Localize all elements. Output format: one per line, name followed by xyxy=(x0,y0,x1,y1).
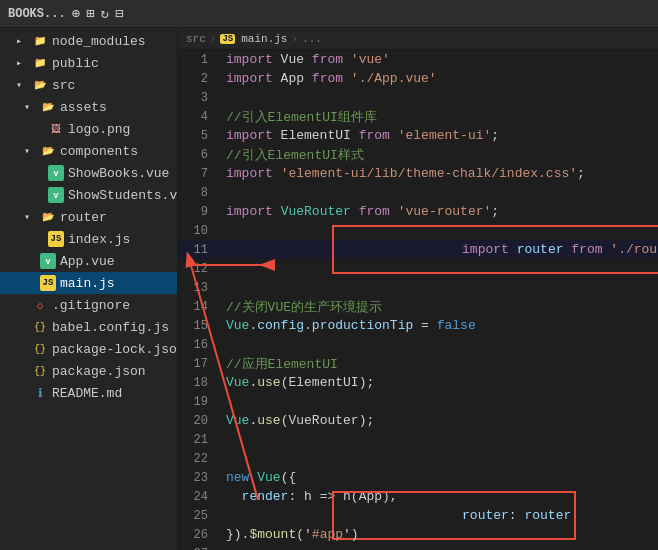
sidebar-item-router[interactable]: 📂 router xyxy=(0,206,177,228)
chevron-down-icon xyxy=(24,101,40,113)
new-folder-icon[interactable]: ⊞ xyxy=(86,5,94,22)
folder-icon: 📂 xyxy=(40,209,56,225)
sidebar-item-showbooks[interactable]: V ShowBooks.vue xyxy=(0,162,177,184)
line-content: Vue.use(VueRouter); xyxy=(218,413,374,428)
chevron-right-icon xyxy=(16,35,32,47)
editor-content[interactable]: 1 import Vue from 'vue' 2 import App fro… xyxy=(178,50,658,550)
line-content: //关闭VUE的生产环境提示 xyxy=(218,298,382,316)
sidebar-item-gitignore[interactable]: ◇ .gitignore xyxy=(0,294,177,316)
sidebar-item-label: package.json xyxy=(52,364,146,379)
line-number: 22 xyxy=(178,452,218,466)
sidebar-item-label: ShowStudents.vue xyxy=(68,188,177,203)
line-number: 17 xyxy=(178,357,218,371)
sidebar-item-src[interactable]: 📂 src xyxy=(0,74,177,96)
line-content: //引入ElementUI组件库 xyxy=(218,108,377,126)
sidebar-item-public[interactable]: 📁 public xyxy=(0,52,177,74)
sidebar: 📁 node_modules 📁 public 📂 src 📂 assets 🖼… xyxy=(0,28,178,550)
sidebar-item-logo[interactable]: 🖼 logo.png xyxy=(0,118,177,140)
code-line: 3 xyxy=(178,88,658,107)
line-content xyxy=(218,280,234,295)
line-content: //应用ElementUI xyxy=(218,355,338,373)
sidebar-item-app-vue[interactable]: V App.vue xyxy=(0,250,177,272)
code-line: 4 //引入ElementUI组件库 xyxy=(178,107,658,126)
sidebar-item-package-lock[interactable]: {} package-lock.json xyxy=(0,338,177,360)
line-number: 11 xyxy=(178,243,218,257)
vue-icon: V xyxy=(40,253,56,269)
line-number: 10 xyxy=(178,224,218,238)
breadcrumb-file: main.js xyxy=(241,33,287,45)
json-icon: {} xyxy=(32,341,48,357)
code-line-25: 25 router: router xyxy=(178,506,658,525)
sidebar-item-components[interactable]: 📂 components xyxy=(0,140,177,162)
line-number: 1 xyxy=(178,53,218,67)
sidebar-item-readme[interactable]: ℹ README.md xyxy=(0,382,177,404)
sidebar-item-label: README.md xyxy=(52,386,122,401)
code-line: 19 xyxy=(178,392,658,411)
sidebar-item-main-js[interactable]: JS main.js xyxy=(0,272,177,294)
title-bar: BOOKS... ⊕ ⊞ ↻ ⊟ xyxy=(0,0,658,28)
sidebar-item-package[interactable]: {} package.json xyxy=(0,360,177,382)
line-number: 23 xyxy=(178,471,218,485)
folder-icon: 📂 xyxy=(32,77,48,93)
code-line: 2 import App from './App.vue' xyxy=(178,69,658,88)
line-number: 8 xyxy=(178,186,218,200)
editor: src › JS main.js › ... 1 import Vue from… xyxy=(178,28,658,550)
js-icon: JS xyxy=(40,275,56,291)
chevron-right-icon xyxy=(16,57,32,69)
sidebar-item-showstudents[interactable]: V ShowStudents.vue xyxy=(0,184,177,206)
code-line: 27 xyxy=(178,544,658,550)
line-number: 14 xyxy=(178,300,218,314)
sidebar-item-label: ShowBooks.vue xyxy=(68,166,169,181)
sidebar-item-label: App.vue xyxy=(60,254,115,269)
line-number: 21 xyxy=(178,433,218,447)
line-content xyxy=(218,261,234,276)
editor-wrapper: 1 import Vue from 'vue' 2 import App fro… xyxy=(178,50,658,550)
json-icon: {} xyxy=(32,363,48,379)
line-content xyxy=(218,337,234,352)
sidebar-item-label: public xyxy=(52,56,99,71)
code-line: 20 Vue.use(VueRouter); xyxy=(178,411,658,430)
info-icon: ℹ xyxy=(32,385,48,401)
main-content: 📁 node_modules 📁 public 📂 src 📂 assets 🖼… xyxy=(0,28,658,550)
vue-icon: V xyxy=(48,187,64,203)
folder-icon: 📂 xyxy=(40,99,56,115)
code-lines: 1 import Vue from 'vue' 2 import App fro… xyxy=(178,50,658,550)
code-line: 21 xyxy=(178,430,658,449)
js-icon-small: JS xyxy=(220,34,235,44)
line-number: 3 xyxy=(178,91,218,105)
sidebar-item-assets[interactable]: 📂 assets xyxy=(0,96,177,118)
sidebar-item-label: package-lock.json xyxy=(52,342,177,357)
code-line: 12 xyxy=(178,259,658,278)
line-number: 25 xyxy=(178,509,218,523)
code-line: 5 import ElementUI from 'element-ui'; xyxy=(178,126,658,145)
sidebar-item-label: .gitignore xyxy=(52,298,130,313)
line-number: 2 xyxy=(178,72,218,86)
new-file-icon[interactable]: ⊕ xyxy=(72,5,80,22)
chevron-down-icon xyxy=(16,79,32,91)
line-content xyxy=(218,90,234,105)
git-icon: ◇ xyxy=(32,297,48,313)
breadcrumb: src › JS main.js › ... xyxy=(178,28,658,50)
sidebar-item-label: main.js xyxy=(60,276,115,291)
breadcrumb-src: src xyxy=(186,33,206,45)
line-number: 18 xyxy=(178,376,218,390)
sidebar-item-node-modules[interactable]: 📁 node_modules xyxy=(0,30,177,52)
code-line: 15 Vue.config.productionTip = false xyxy=(178,316,658,335)
collapse-icon[interactable]: ⊟ xyxy=(115,5,123,22)
breadcrumb-dots: ... xyxy=(302,33,322,45)
sidebar-item-label: router xyxy=(60,210,107,225)
line-number: 4 xyxy=(178,110,218,124)
breadcrumb-sep2: › xyxy=(291,33,298,45)
refresh-icon[interactable]: ↻ xyxy=(100,5,108,22)
sidebar-item-index-js[interactable]: JS index.js xyxy=(0,228,177,250)
breadcrumb-sep: › xyxy=(210,33,217,45)
code-line: 16 xyxy=(178,335,658,354)
sidebar-item-babel[interactable]: {} babel.config.js xyxy=(0,316,177,338)
line-number: 16 xyxy=(178,338,218,352)
code-line: 13 xyxy=(178,278,658,297)
sidebar-item-label: src xyxy=(52,78,75,93)
sidebar-item-label: node_modules xyxy=(52,34,146,49)
sidebar-item-label: assets xyxy=(60,100,107,115)
line-number: 19 xyxy=(178,395,218,409)
code-line: 14 //关闭VUE的生产环境提示 xyxy=(178,297,658,316)
